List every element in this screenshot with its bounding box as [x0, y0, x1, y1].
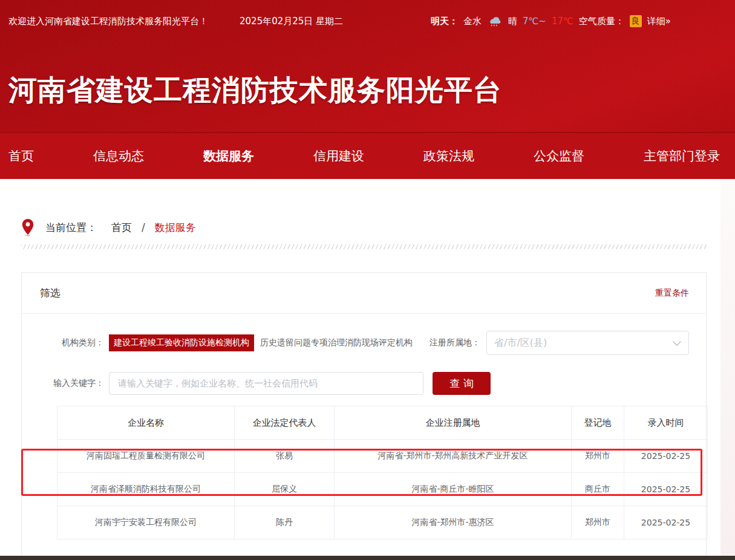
nav-item-home[interactable]: 首页 — [8, 148, 34, 164]
cell-registered-address: 河南省-郑州市-郑州高新技术产业开发区 — [335, 440, 572, 473]
bottom-edge-bar — [0, 556, 735, 560]
nav-item-policy[interactable]: 政策法规 — [423, 148, 474, 164]
cell-registered-address: 河南省-商丘市-睢阳区 — [335, 473, 572, 506]
table-row: 河南固瑞工程质量检测有限公司 张易 河南省-郑州市-郑州高新技术产业开发区 郑州… — [57, 440, 708, 473]
cloud-icon — [487, 16, 503, 27]
filter-panel: 筛选 重置条件 机构类别： 建设工程竣工验收消防设施检测机构 历史遗留问题专项治… — [21, 272, 707, 560]
cell-legal-rep: 屈保义 — [235, 473, 335, 506]
results-table: 企业名称 企业法定代表人 企业注册属地 登记地 录入时间 河南固瑞工程质量检测有… — [57, 406, 708, 539]
weather-widget: 明天： 金水 晴 7℃~ 17℃ 空气质量： 良 详细» — [431, 15, 671, 27]
location-pin-icon — [21, 218, 34, 236]
region-select-placeholder: 省/市/区(县) — [494, 337, 673, 350]
cell-entry-date: 2025-02-25 — [624, 506, 708, 539]
nav-item-credit[interactable]: 信用建设 — [313, 148, 364, 164]
weather-detail-link[interactable]: 详细» — [647, 16, 671, 27]
category-option-selected[interactable]: 建设工程竣工验收消防设施检测机构 — [109, 334, 254, 351]
reset-filters-link[interactable]: 重置条件 — [655, 288, 689, 299]
table-header-row: 企业名称 企业法定代表人 企业注册属地 登记地 录入时间 — [57, 406, 708, 440]
weather-label: 明天： — [431, 16, 458, 27]
category-filter-row: 机构类别： 建设工程竣工验收消防设施检测机构 历史遗留问题专项治理消防现场评定机… — [39, 331, 689, 355]
breadcrumb-label: 当前位置： — [45, 221, 97, 235]
cell-company: 河南省泽顺消防科技有限公司 — [57, 473, 235, 506]
chevron-down-icon — [673, 337, 681, 349]
cell-registration-place: 商丘市 — [572, 473, 624, 506]
air-quality-label: 空气质量： — [579, 16, 624, 27]
site-title: 河南省建设工程消防技术服务阳光平台 — [8, 71, 502, 109]
weather-district: 金水 — [463, 16, 482, 27]
region-label: 注册所属地： — [430, 337, 480, 348]
cell-company: 河南宇宁安装工程有限公司 — [57, 506, 235, 539]
keyword-filter-row: 输入关键字： 查 询 — [39, 372, 689, 395]
filter-body: 机构类别： 建设工程竣工验收消防设施检测机构 历史遗留问题专项治理消防现场评定机… — [22, 314, 706, 539]
filter-panel-header: 筛选 重置条件 — [22, 273, 706, 314]
nav-item-dept-login[interactable]: 主管部门登录 — [644, 148, 720, 164]
col-header-registration-place: 登记地 — [572, 406, 624, 440]
table-row: 河南宇宁安装工程有限公司 陈丹 河南省-郑州市-惠济区 郑州市 2025-02-… — [57, 506, 708, 539]
col-header-entry-date: 录入时间 — [624, 406, 708, 440]
breadcrumb-home[interactable]: 首页 — [111, 221, 132, 235]
site-header: 欢迎进入河南省建设工程消防技术服务阳光平台！ 2025年02月25日 星期二 明… — [0, 0, 735, 132]
cell-registered-address: 河南省-郑州市-惠济区 — [335, 506, 572, 539]
cell-legal-rep: 陈丹 — [235, 506, 335, 539]
col-header-registered-address: 企业注册属地 — [335, 406, 572, 440]
weather-condition: 晴 — [508, 16, 517, 27]
cell-legal-rep: 张易 — [235, 440, 335, 473]
nav-item-supervision[interactable]: 公众监督 — [534, 148, 584, 164]
temp-low: 7℃~ — [523, 16, 546, 27]
keyword-input[interactable] — [109, 372, 423, 395]
temp-high: 17℃ — [552, 16, 573, 27]
cell-entry-date: 2025-02-25 — [624, 473, 708, 506]
air-quality-badge: 良 — [630, 15, 642, 27]
slash-pattern-divider — [21, 244, 707, 249]
col-header-company: 企业名称 — [57, 406, 235, 440]
breadcrumb: 当前位置： 首页 / 数据服务 — [21, 215, 196, 239]
cell-registration-place: 郑州市 — [572, 506, 624, 539]
nav-item-news[interactable]: 信息动态 — [93, 148, 144, 164]
category-option-other[interactable]: 历史遗留问题专项治理消防现场评定机构 — [260, 337, 413, 348]
keyword-label: 输入关键字： — [39, 378, 104, 389]
col-header-legal-rep: 企业法定代表人 — [235, 406, 335, 440]
nav-item-data-service[interactable]: 数据服务 — [203, 148, 254, 164]
cell-entry-date: 2025-02-25 — [624, 440, 708, 473]
date-text: 2025年02月25日 星期二 — [240, 16, 343, 27]
filter-title: 筛选 — [40, 286, 60, 300]
topbar: 欢迎进入河南省建设工程消防技术服务阳光平台！ 2025年02月25日 星期二 明… — [0, 0, 735, 42]
table-row: 河南省泽顺消防科技有限公司 屈保义 河南省-商丘市-睢阳区 商丘市 2025-0… — [57, 473, 708, 506]
main-nav: 首页 信息动态 数据服务 信用建设 政策法规 公众监督 主管部门登录 — [0, 132, 735, 179]
cell-registration-place: 郑州市 — [572, 440, 624, 473]
search-button[interactable]: 查 询 — [433, 372, 491, 395]
region-select[interactable]: 省/市/区(县) — [486, 331, 689, 355]
cell-company: 河南固瑞工程质量检测有限公司 — [57, 440, 235, 473]
welcome-text: 欢迎进入河南省建设工程消防技术服务阳光平台！ — [8, 16, 208, 27]
category-label: 机构类别： — [39, 337, 104, 348]
breadcrumb-separator: / — [142, 221, 145, 233]
breadcrumb-current[interactable]: 数据服务 — [155, 221, 196, 235]
